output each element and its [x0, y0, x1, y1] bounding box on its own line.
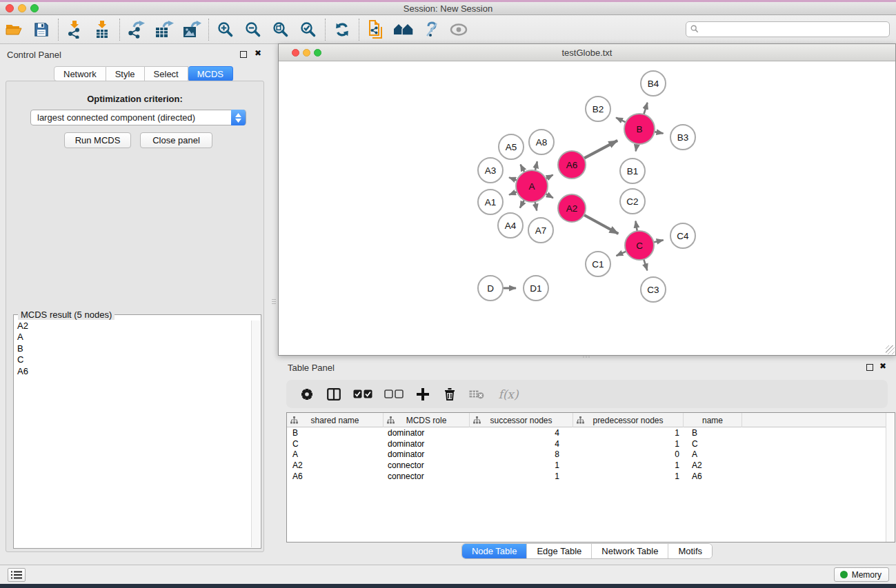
column-header-successor-nodes[interactable]: successor nodes	[470, 413, 573, 427]
tab-network-table[interactable]: Network Table	[591, 544, 668, 558]
edge-B-B1[interactable]	[636, 144, 637, 152]
edge-A-A8[interactable]	[535, 161, 537, 170]
save-session-button[interactable]	[28, 17, 55, 42]
edge-A-A6[interactable]	[546, 175, 552, 179]
node-A[interactable]: A	[516, 170, 548, 202]
node-A8[interactable]: A8	[529, 130, 554, 154]
task-history-button[interactable]	[8, 568, 26, 582]
tab-motifs[interactable]: Motifs	[668, 544, 712, 558]
memory-button[interactable]: Memory	[834, 567, 889, 582]
node-C[interactable]: C	[625, 231, 654, 260]
node-A4[interactable]: A4	[498, 213, 523, 238]
column-header-predecessor-nodes[interactable]: predecessor nodes	[573, 413, 684, 427]
edge-A6-B[interactable]	[584, 141, 618, 159]
column-header-name[interactable]: name	[684, 413, 742, 427]
table-row[interactable]: Bdominator41B	[287, 427, 886, 438]
export-table-button[interactable]	[150, 17, 178, 42]
mcds-result-list[interactable]: A2ABCA6	[14, 321, 251, 547]
edge-B-B2[interactable]	[616, 118, 626, 123]
network-canvas[interactable]: B4B2BB3B1A6A5A8A3AA1A2C2A4A7CC4C1C3DD1	[279, 61, 895, 355]
refresh-button[interactable]	[328, 17, 356, 42]
criterion-select[interactable]: largest connected component (directed)	[30, 110, 246, 125]
help-button[interactable]	[417, 17, 445, 42]
float-panel-icon[interactable]	[240, 51, 247, 58]
export-image-button[interactable]	[178, 17, 206, 42]
close-panel-icon[interactable]: ✖	[255, 48, 261, 58]
edge-C-C4[interactable]	[653, 240, 663, 242]
table-row[interactable]: Adominator80A	[287, 449, 886, 460]
horizontal-splitter-grip[interactable]	[583, 356, 590, 358]
search-input[interactable]	[686, 21, 890, 37]
node-B1[interactable]: B1	[620, 159, 645, 183]
mcds-result-item[interactable]: A6	[14, 366, 251, 377]
delete-table-button[interactable]	[468, 385, 485, 403]
open-session-button[interactable]	[0, 17, 28, 42]
edge-A-A2[interactable]	[546, 194, 553, 198]
tab-mcds[interactable]: MCDS	[188, 66, 233, 81]
close-panel-button[interactable]: Close panel	[140, 132, 212, 148]
edge-C-C1[interactable]	[616, 252, 626, 256]
float-table-panel-icon[interactable]	[866, 364, 873, 371]
table-row[interactable]: A2connector11A2	[287, 460, 886, 471]
table-scrollbar[interactable]	[886, 413, 895, 542]
function-builder-button[interactable]: f(x)	[495, 385, 521, 403]
export-network-button[interactable]	[123, 17, 150, 42]
tab-node-table[interactable]: Node Table	[462, 544, 527, 558]
node-A5[interactable]: A5	[499, 134, 524, 159]
edge-C-C2[interactable]	[635, 221, 637, 232]
node-B[interactable]: B	[624, 114, 655, 144]
home-button[interactable]	[390, 17, 417, 42]
mcds-result-item[interactable]: C	[14, 354, 251, 365]
edge-A-A7[interactable]	[535, 202, 537, 211]
node-C4[interactable]: C4	[670, 223, 695, 248]
edge-A2-C[interactable]	[584, 215, 619, 234]
edge-A-A1[interactable]	[509, 192, 517, 194]
delete-column-button[interactable]	[441, 385, 458, 403]
edge-C-C3[interactable]	[644, 259, 647, 270]
node-D1[interactable]: D1	[524, 276, 548, 301]
tab-select[interactable]: Select	[145, 66, 188, 81]
tab-style[interactable]: Style	[106, 66, 145, 81]
resize-grip-icon[interactable]	[886, 345, 895, 354]
zoom-out-button[interactable]	[239, 17, 267, 42]
table-row[interactable]: Cdominator41C	[287, 438, 886, 449]
edge-B-B3[interactable]	[655, 132, 664, 133]
mcds-result-item[interactable]: A2	[14, 321, 251, 332]
node-A1[interactable]: A1	[478, 190, 503, 214]
table-row[interactable]: A6connector11A6	[287, 471, 886, 482]
node-A6[interactable]: A6	[558, 151, 586, 179]
table-settings-button[interactable]	[299, 385, 315, 403]
edge-A-A4[interactable]	[520, 200, 524, 207]
edge-B-B4[interactable]	[644, 103, 647, 114]
node-C1[interactable]: C1	[586, 252, 610, 276]
edge-A-A3[interactable]	[509, 177, 517, 180]
select-all-button[interactable]	[352, 385, 373, 403]
edge-A-A5[interactable]	[521, 165, 525, 172]
network-graph[interactable]: B4B2BB3B1A6A5A8A3AA1A2C2A4A7CC4C1C3DD1	[279, 61, 895, 355]
column-header-shared-name[interactable]: shared name	[287, 413, 384, 427]
show-hide-button[interactable]	[445, 17, 472, 42]
add-column-button[interactable]	[415, 385, 431, 403]
vertical-splitter-grip[interactable]	[272, 299, 276, 305]
tab-edge-table[interactable]: Edge Table	[526, 544, 591, 558]
node-B2[interactable]: B2	[586, 97, 610, 121]
column-header-MCDS-role[interactable]: MCDS role	[384, 413, 470, 427]
node-D[interactable]: D	[478, 276, 503, 301]
node-A2[interactable]: A2	[558, 194, 586, 222]
node-B4[interactable]: B4	[641, 71, 666, 96]
mcds-result-item[interactable]: B	[14, 343, 251, 354]
node-C2[interactable]: C2	[620, 189, 645, 214]
table-body[interactable]: Bdominator41BCdominator41CAdominator80AA…	[287, 427, 886, 542]
clone-network-button[interactable]	[362, 17, 390, 42]
zoom-in-button[interactable]	[212, 17, 239, 42]
node-A3[interactable]: A3	[478, 158, 503, 183]
import-network-button[interactable]	[61, 17, 89, 42]
close-table-panel-icon[interactable]: ✖	[879, 361, 886, 371]
zoom-selected-button[interactable]	[295, 17, 322, 42]
zoom-fit-button[interactable]	[267, 17, 295, 42]
mcds-result-item[interactable]: A	[14, 332, 251, 343]
import-table-button[interactable]	[89, 17, 117, 42]
run-mcds-button[interactable]: Run MCDS	[64, 132, 131, 148]
tab-network[interactable]: Network	[54, 66, 106, 81]
network-window-titlebar[interactable]: testGlobe.txt	[279, 44, 895, 61]
